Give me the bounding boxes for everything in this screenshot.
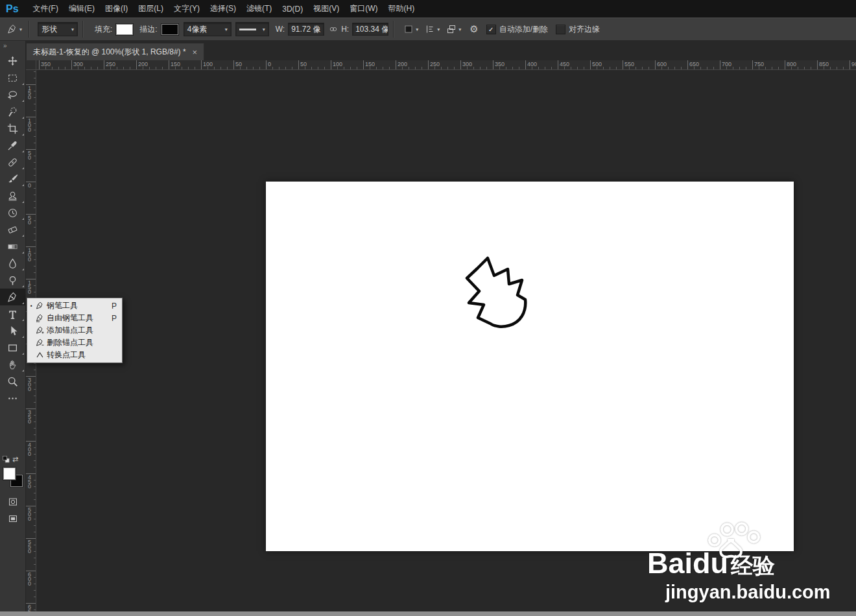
crop-tool[interactable] — [0, 120, 25, 137]
flyout-indicator-icon — [22, 302, 24, 304]
separator — [393, 21, 394, 38]
ruler-tick — [363, 60, 364, 70]
rectangular-marquee-tool[interactable] — [0, 69, 25, 86]
ruler-label: 350 — [41, 61, 51, 67]
document-tab[interactable]: 未标题-1-恢复的 @ 100%(形状 1, RGB/8#) * × — [26, 43, 204, 60]
flyout-indicator-icon — [22, 353, 24, 355]
pen-icon — [36, 302, 47, 310]
type-tool[interactable] — [0, 305, 25, 322]
ruler-tick — [525, 60, 526, 70]
brush-tool[interactable] — [0, 171, 25, 187]
menu-item[interactable]: 文字(Y) — [169, 0, 205, 18]
options-bar: ▾ 形状 ▾ 填充: 描边: 4像素 ▾ ▾ W: 91.72 像 H: 103… — [0, 18, 856, 41]
flyout-indicator-icon — [22, 184, 24, 186]
lasso-tool-icon — [7, 89, 18, 101]
ruler-tick — [201, 60, 202, 70]
ruler-tick — [298, 60, 299, 70]
screen-mode-button[interactable] — [0, 510, 26, 527]
gradient-tool[interactable] — [0, 238, 25, 255]
foreground-color-swatch[interactable] — [3, 468, 16, 480]
menu-item[interactable]: 编辑(E) — [64, 0, 100, 18]
quick-selection-tool[interactable] — [0, 103, 25, 120]
rectangle-tool-icon — [7, 342, 18, 353]
menu-item[interactable]: 窗口(W) — [344, 0, 383, 18]
link-dimensions-button[interactable] — [327, 21, 340, 37]
menu-item[interactable]: 3D(D) — [277, 0, 308, 18]
menu-item[interactable]: 视图(V) — [308, 0, 344, 18]
align-edges-checkbox[interactable] — [556, 25, 565, 34]
menu-item[interactable]: 图层(L) — [133, 0, 169, 18]
menu-item[interactable]: 选择(S) — [205, 0, 241, 18]
ruler-tick — [71, 60, 72, 70]
eraser-tool-icon — [7, 224, 18, 235]
document-canvas[interactable] — [266, 182, 794, 551]
move-tool[interactable] — [0, 53, 25, 69]
history-brush-tool[interactable] — [0, 204, 25, 221]
stroke-style-select[interactable]: ▾ — [235, 22, 269, 36]
stroke-width-select[interactable]: 4像素 ▾ — [184, 22, 232, 36]
collapse-panel-icon[interactable]: » — [0, 41, 25, 53]
tool-mode-select[interactable]: 形状 ▾ — [38, 22, 78, 36]
lasso-tool[interactable] — [0, 86, 25, 103]
edit-toolbar-icon — [7, 393, 18, 404]
pen-flyout-item-label: 自由钢笔工具 — [47, 313, 112, 324]
ruler-tick — [136, 60, 137, 70]
path-operations-button[interactable]: ▾ — [401, 21, 420, 37]
ruler-label: 450 — [560, 61, 569, 67]
fill-label: 填充: — [95, 24, 112, 35]
hand-tool[interactable] — [0, 356, 25, 373]
quick-mask-button[interactable] — [0, 493, 26, 510]
ruler-tick — [493, 60, 493, 70]
width-input[interactable]: 91.72 像 — [288, 23, 324, 36]
ruler-label: 250 — [430, 61, 440, 67]
ruler-tick — [104, 60, 104, 70]
ruler-label: 0 — [268, 61, 271, 67]
pen-flyout-item[interactable]: 添加锚点工具 — [27, 324, 122, 337]
pen-flyout-item[interactable]: 转换点工具 — [27, 349, 122, 361]
fill-color-swatch[interactable] — [116, 24, 133, 35]
ruler-label: 850 — [819, 61, 829, 67]
rectangle-tool[interactable] — [0, 339, 25, 356]
path-arrangement-button[interactable]: ▾ — [444, 21, 463, 37]
tool-preset-picker[interactable]: ▾ — [5, 23, 24, 36]
pen-flyout-item[interactable]: ▪钢笔工具P — [27, 300, 122, 312]
pen-flyout-item[interactable]: 删除锚点工具 — [27, 337, 122, 349]
flyout-indicator-icon — [22, 134, 24, 136]
pen-flyout-item[interactable]: 自由钢笔工具P — [27, 312, 122, 324]
menu-item[interactable]: 帮助(H) — [383, 0, 420, 18]
spot-healing-brush-tool[interactable] — [0, 154, 25, 171]
menu-item[interactable]: 文件(F) — [28, 0, 64, 18]
menu-item[interactable]: 滤镜(T) — [241, 0, 277, 18]
default-colors-icon[interactable] — [2, 455, 10, 464]
ruler-label: 200 — [138, 61, 148, 67]
ruler-label: 350 — [495, 61, 505, 67]
chevron-down-icon: ▾ — [416, 27, 418, 32]
menu-item[interactable]: 图像(I) — [100, 0, 133, 18]
type-tool-icon — [7, 309, 18, 320]
path-selection-tool-icon — [7, 326, 18, 337]
gear-icon[interactable]: ⚙ — [470, 23, 478, 35]
ruler-label: 900 — [851, 61, 856, 67]
dodge-tool[interactable] — [0, 272, 25, 289]
horizontal-ruler[interactable]: 3503002502001501005005010015020025030035… — [36, 60, 856, 70]
status-bar — [0, 611, 856, 616]
eyedropper-tool[interactable] — [0, 137, 25, 154]
dodge-tool-icon — [7, 275, 18, 286]
clone-stamp-tool[interactable] — [0, 187, 25, 204]
pen-tool[interactable] — [0, 289, 25, 305]
height-input[interactable]: 103.34 像 — [352, 23, 388, 36]
close-tab-icon[interactable]: × — [193, 47, 198, 57]
path-alignment-button[interactable]: ▾ — [423, 21, 442, 37]
blur-tool[interactable] — [0, 255, 25, 272]
edit-toolbar[interactable] — [0, 390, 25, 407]
stroke-color-swatch[interactable] — [161, 24, 178, 35]
quick-mask-icon — [8, 497, 18, 507]
ruler-label: 700 — [722, 61, 731, 67]
auto-add-remove-checkbox[interactable]: ✓ — [486, 25, 496, 34]
pen-flyout-items: ▪钢笔工具P自由钢笔工具P添加锚点工具删除锚点工具转换点工具 — [27, 300, 122, 361]
swap-colors-icon[interactable]: ⇄ — [12, 455, 18, 464]
zoom-tool[interactable] — [0, 373, 25, 390]
path-selection-tool[interactable] — [0, 322, 25, 339]
pen-flyout-item-label: 删除锚点工具 — [47, 337, 112, 348]
eraser-tool[interactable] — [0, 221, 25, 238]
